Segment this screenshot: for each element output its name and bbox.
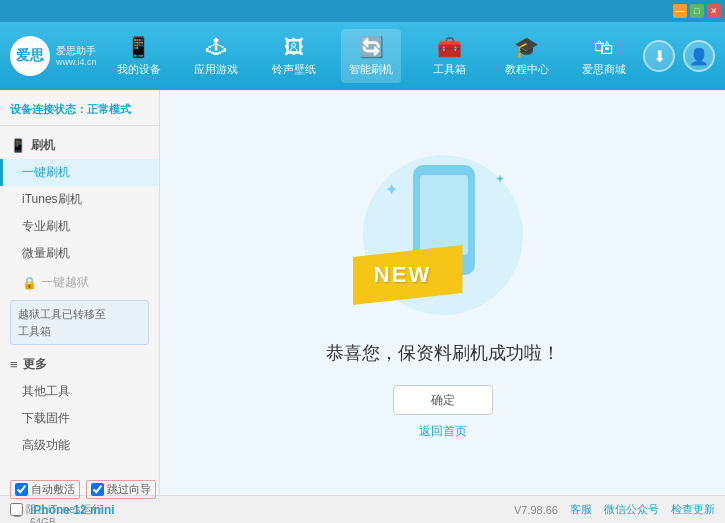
maximize-button[interactable]: □ bbox=[690, 4, 704, 18]
nav-my-device-label: 我的设备 bbox=[117, 62, 161, 77]
nav-app-games[interactable]: 🕹 应用游戏 bbox=[186, 30, 246, 83]
more-section-header: ≡ 更多 bbox=[0, 351, 159, 378]
check-update-link[interactable]: 检查更新 bbox=[671, 502, 715, 517]
nav-bar: 📱 我的设备 🕹 应用游戏 🖼 铃声壁纸 🔄 智能刷机 🧰 工具箱 🎓 教程中心… bbox=[100, 29, 643, 83]
ringtone-icon: 🖼 bbox=[284, 36, 304, 59]
header-right: ⬇ 👤 bbox=[643, 40, 715, 72]
sidebar-other-tools[interactable]: 其他工具 bbox=[0, 378, 159, 405]
stop-itunes-checkbox[interactable] bbox=[10, 503, 23, 516]
checkboxes-row: 自动敷活 跳过向导 bbox=[10, 480, 156, 499]
logo-area: 爱思 爱思助手 www.i4.cn bbox=[10, 36, 100, 76]
skip-wizard-checkbox[interactable]: 跳过向导 bbox=[86, 480, 156, 499]
sidebar: 设备连接状态：正常模式 📱 刷机 一键刷机 iTunes刷机 专业刷机 微量刷机… bbox=[0, 90, 160, 495]
stop-itunes: 阻止iTunes运行 bbox=[10, 502, 103, 517]
nav-aisi-store[interactable]: 🛍 爱思商城 bbox=[574, 30, 634, 83]
nav-toolbox[interactable]: 🧰 工具箱 bbox=[419, 29, 479, 83]
version-label: V7.98.66 bbox=[514, 504, 558, 516]
sidebar-jailbreak-tip: 越狱工具已转移至工具箱 bbox=[10, 300, 149, 345]
header: 爱思 爱思助手 www.i4.cn 📱 我的设备 🕹 应用游戏 🖼 铃声壁纸 🔄… bbox=[0, 22, 725, 90]
sidebar-one-key-flash[interactable]: 一键刷机 bbox=[0, 159, 159, 186]
sidebar-jailbreak-disabled: 🔒 一键越狱 bbox=[0, 269, 159, 296]
auto-activate-checkbox[interactable]: 自动敷活 bbox=[10, 480, 80, 499]
customer-service-link[interactable]: 客服 bbox=[570, 502, 592, 517]
tutorial-icon: 🎓 bbox=[514, 35, 539, 59]
title-bar: — □ ✕ bbox=[0, 0, 725, 22]
nav-tutorial-label: 教程中心 bbox=[505, 62, 549, 77]
svg-text:✦: ✦ bbox=[385, 181, 398, 198]
nav-ringtone-label: 铃声壁纸 bbox=[272, 62, 316, 77]
more-section-icon: ≡ bbox=[10, 357, 18, 372]
auto-activate-input[interactable] bbox=[15, 483, 28, 496]
nav-toolbox-label: 工具箱 bbox=[433, 62, 466, 77]
main-container: 设备连接状态：正常模式 📱 刷机 一键刷机 iTunes刷机 专业刷机 微量刷机… bbox=[0, 90, 725, 495]
close-button[interactable]: ✕ bbox=[707, 4, 721, 18]
bottom-right: V7.98.66 客服 微信公众号 检查更新 bbox=[514, 502, 715, 517]
sidebar-itunes-flash[interactable]: iTunes刷机 bbox=[0, 186, 159, 213]
app-games-icon: 🕹 bbox=[206, 36, 226, 59]
nav-app-games-label: 应用游戏 bbox=[194, 62, 238, 77]
nav-my-device[interactable]: 📱 我的设备 bbox=[109, 29, 169, 83]
sidebar-pro-flash[interactable]: 专业刷机 bbox=[0, 213, 159, 240]
device-capacity: 64GB bbox=[30, 517, 115, 523]
device-status: 设备连接状态：正常模式 bbox=[0, 98, 159, 126]
more-section: ≡ 更多 其他工具 下载固件 高级功能 bbox=[0, 349, 159, 461]
toolbox-icon: 🧰 bbox=[437, 35, 462, 59]
download-button[interactable]: ⬇ bbox=[643, 40, 675, 72]
bottom-bar: 自动敷活 跳过向导 📱 iPhone 12 mini 64GB Down-12m… bbox=[0, 495, 725, 523]
minimize-button[interactable]: — bbox=[673, 4, 687, 18]
content-area: ✦ ✦ NEW ✦ ✦ 恭喜您，保资料刷机成功啦！ 确定 返回首页 bbox=[160, 90, 725, 495]
new-badge-text: NEW bbox=[374, 262, 431, 288]
go-home-link[interactable]: 返回首页 bbox=[419, 423, 467, 440]
svg-rect-2 bbox=[420, 175, 468, 255]
flash-section: 📱 刷机 一键刷机 iTunes刷机 专业刷机 微量刷机 bbox=[0, 130, 159, 269]
svg-text:✦: ✦ bbox=[495, 172, 505, 186]
my-device-icon: 📱 bbox=[126, 35, 151, 59]
sidebar-download-firmware[interactable]: 下载固件 bbox=[0, 405, 159, 432]
logo-icon: 爱思 bbox=[10, 36, 50, 76]
flash-section-header: 📱 刷机 bbox=[0, 132, 159, 159]
sidebar-save-data-flash[interactable]: 微量刷机 bbox=[0, 240, 159, 267]
logo-text: 爱思助手 www.i4.cn bbox=[56, 44, 97, 69]
user-button[interactable]: 👤 bbox=[683, 40, 715, 72]
success-illustration: ✦ ✦ NEW ✦ ✦ bbox=[353, 145, 533, 325]
store-icon: 🛍 bbox=[594, 36, 614, 59]
nav-ringtone-wallpaper[interactable]: 🖼 铃声壁纸 bbox=[264, 30, 324, 83]
success-title: 恭喜您，保资料刷机成功啦！ bbox=[326, 341, 560, 365]
nav-tutorial[interactable]: 🎓 教程中心 bbox=[497, 29, 557, 83]
confirm-button[interactable]: 确定 bbox=[393, 385, 493, 415]
lock-icon: 🔒 bbox=[22, 276, 37, 290]
nav-smart-flash-label: 智能刷机 bbox=[349, 62, 393, 77]
window-controls: — □ ✕ bbox=[673, 4, 721, 18]
sidebar-advanced[interactable]: 高级功能 bbox=[0, 432, 159, 459]
wechat-public-link[interactable]: 微信公众号 bbox=[604, 502, 659, 517]
skip-wizard-input[interactable] bbox=[91, 483, 104, 496]
flash-section-icon: 📱 bbox=[10, 138, 26, 153]
stop-itunes-label[interactable]: 阻止iTunes运行 bbox=[10, 502, 103, 517]
smart-flash-icon: 🔄 bbox=[359, 35, 384, 59]
nav-store-label: 爱思商城 bbox=[582, 62, 626, 77]
nav-smart-flash[interactable]: 🔄 智能刷机 bbox=[341, 29, 401, 83]
